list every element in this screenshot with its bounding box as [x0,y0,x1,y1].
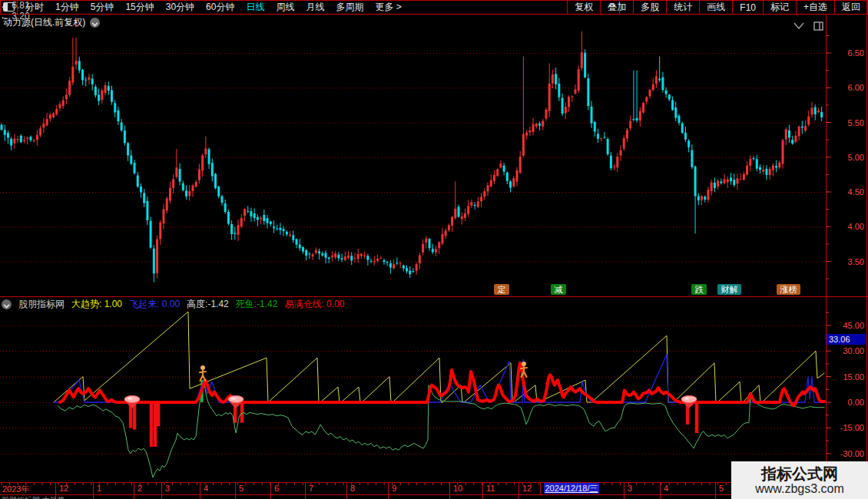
toolbar-button-6[interactable]: 标记 [763,0,796,14]
chevron-down-icon[interactable] [2,299,12,309]
date-label: 5 [239,484,244,493]
window-icon[interactable] [813,21,825,31]
indicator-value-1: 飞起来: 0.00 [129,299,180,309]
indicator-value-4: 易满仓线: 0.00 [284,299,344,309]
layout-toggle-button[interactable] [0,1,18,14]
clipped-row: 股朋指标网 大趋势 [2,495,171,499]
selected-date-badge: 2024/12/18/三 [544,483,599,494]
price-tick-label: 3.50 [827,257,864,266]
period-tab-3[interactable]: 15分钟 [125,1,154,14]
toolbar-button-8[interactable]: 返回 [834,0,868,14]
toolbar-button-4[interactable]: 画线 [699,0,732,14]
toolbar-button-1[interactable]: 叠加 [600,0,633,14]
toolbar-button-0[interactable]: 复权 [567,0,600,14]
indicator-tick-label: -30.00 [827,449,864,458]
title-bar: 动力源(日线.前复权) [3,16,100,29]
shortcut-badge-4[interactable]: 涨榜 [777,284,800,295]
gem-icon [681,396,697,409]
toolbar-button-7[interactable]: +自选 [796,0,834,14]
date-label: 4 [664,484,668,493]
watermark: 指标公式网 www.zbgs3.com [731,461,868,499]
chart-graphics [0,0,868,499]
chevron-down-icon[interactable] [90,18,100,28]
walking-man-icon [200,365,206,381]
shortcut-badge-0[interactable]: 定 [494,284,509,295]
date-label: 12 [522,484,532,493]
collapse-chevron-icon[interactable] [793,21,805,31]
price-tick-label: 6.50 [827,48,864,58]
price-tick-label: 6.00 [827,83,864,92]
date-label: 8 [350,484,355,493]
indicator-source-label: 股朋指标网 [18,298,65,311]
gem-icon [124,396,140,409]
indicator-tick-label: 45.00 [827,321,864,330]
date-label: 3 [165,484,170,493]
period-tab-8[interactable]: 月线 [306,1,324,14]
indicator-tick-label: -15.00 [827,423,864,432]
indicator-tick-label: 30.00 [827,346,864,355]
period-tab-9[interactable]: 多周期 [336,1,363,14]
price-tick-label: 4.50 [827,187,864,197]
date-label: 2023年 [2,484,29,495]
shortcut-badge-1[interactable]: 减 [551,284,566,295]
histogram-bar [157,404,161,426]
toolbar-button-3[interactable]: 统计 [666,0,699,14]
period-tab-2[interactable]: 5分钟 [91,1,114,14]
toolbar-buttons: 复权叠加多股统计画线F10标记+自选返回 [567,0,868,14]
period-tabs: 分时1分钟5分钟15分钟30分钟60分钟日线周线月线多周期更多 > [25,1,402,14]
period-tab-7[interactable]: 周线 [276,1,294,14]
watermark-title: 指标公式网 [761,465,838,482]
histogram-bar [695,404,699,433]
date-label: 10 [453,484,462,493]
indicator-line-大趋势 [54,312,824,402]
date-label: 5 [719,484,724,493]
date-label: 4 [204,484,208,493]
period-tab-6[interactable]: 日线 [246,1,264,14]
indicator-value-3: 死鱼:-1.42 [236,299,278,309]
indicator-header: 股朋指标网 大趋势: 1.00飞起来: 0.00高度:-1.42死鱼:-1.42… [2,298,351,311]
page-title: 动力源(日线.前复权) [3,16,85,29]
histogram-bar [133,404,137,430]
date-label: 7 [309,484,313,493]
date-label: 3 [628,484,632,493]
histogram-bar [154,404,157,447]
toolbar-button-2[interactable]: 多股 [633,0,666,14]
panel-controls [793,21,825,31]
indicator-value-2: 高度:-1.42 [187,299,229,309]
period-tab-5[interactable]: 60分钟 [206,1,234,14]
shortcut-badge-2[interactable]: 跌 [691,284,707,295]
period-tab-0[interactable]: 分时 [25,1,44,14]
indicator-tick-label: 0.00 [827,398,864,407]
watermark-url: www.zbgs3.com [755,482,844,496]
indicator-tick-label: 15.00 [827,372,864,382]
app-root: 分时1分钟5分钟15分钟30分钟60分钟日线周线月线多周期更多 > 复权叠加多股… [0,0,868,499]
price-tick-label: 5.00 [827,153,864,162]
histogram-bar [150,404,154,447]
date-label: 9 [392,484,396,493]
period-tab-4[interactable]: 30分钟 [166,1,194,14]
price-tick-label: 5.50 [827,118,864,127]
top-toolbar: 分时1分钟5分钟15分钟30分钟60分钟日线周线月线多周期更多 > 复权叠加多股… [0,0,868,14]
shortcut-badge-3[interactable]: 财解 [717,284,741,295]
date-label: 12 [59,484,68,493]
candles [1,31,823,283]
date-label: 6 [274,484,279,493]
layout-icon [3,2,15,12]
period-tab-10[interactable]: 更多 > [375,1,401,14]
date-label: 2 [137,484,142,493]
indicator-value-0: 大趋势: 1.00 [71,299,122,309]
period-tab-1[interactable]: 1分钟 [55,1,79,14]
current-value-badge: 33.06 [827,334,866,345]
date-label: 11 [486,484,495,493]
date-label: 1 [97,484,101,493]
toolbar-button-5[interactable]: F10 [732,0,763,14]
indicator-values: 大趋势: 1.00飞起来: 0.00高度:-1.42死鱼:-1.42易满仓线: … [71,298,351,311]
price-tick-label: 4.00 [827,222,864,231]
